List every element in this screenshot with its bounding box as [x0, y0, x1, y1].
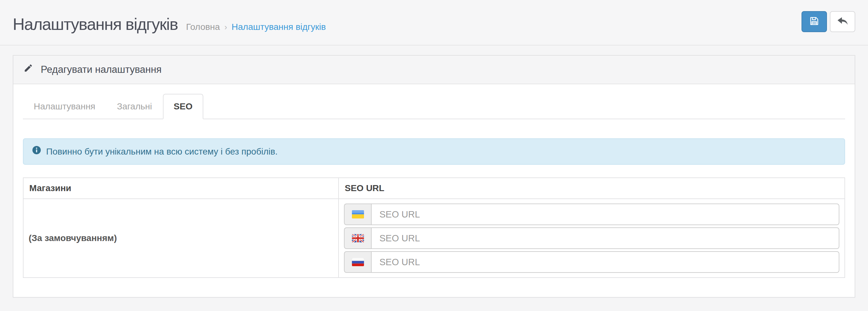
store-name-cell: (За замовчуванням) [23, 199, 339, 278]
tab-seo[interactable]: SEO [163, 94, 203, 119]
seo-url-input-english[interactable] [371, 228, 839, 249]
seo-url-input-ukrainian[interactable] [371, 204, 839, 225]
tab-zagalni[interactable]: Загальні [106, 94, 163, 119]
language-addon [344, 251, 371, 273]
info-alert: Повинно бути унікальним на всю систему і… [23, 138, 845, 165]
tab-nalashtuvannya[interactable]: Налаштування [23, 94, 106, 119]
breadcrumb-current-link[interactable]: Налаштування відгуків [231, 22, 326, 32]
pencil-icon [24, 63, 33, 76]
panel-body: Налаштування Загальні SEO Повинно бути у… [13, 84, 855, 297]
language-addon [344, 204, 371, 225]
russia-flag-icon [352, 258, 364, 266]
floppy-disk-icon [808, 15, 820, 28]
info-circle-icon [32, 145, 41, 158]
seo-url-row-russian [344, 251, 839, 273]
seo-url-row-ukrainian [344, 204, 839, 225]
uk-flag-icon [352, 234, 364, 242]
header-actions [802, 11, 855, 34]
language-addon [344, 228, 371, 249]
ukraine-flag-icon [352, 210, 364, 218]
table-row: (За замовчуванням) [23, 199, 845, 278]
page-header: Налаштування відгуків Головна › Налаштув… [0, 0, 868, 45]
info-alert-text: Повинно бути унікальним на всю систему і… [46, 146, 278, 158]
panel-heading-label: Редагувати налаштування [41, 63, 162, 76]
reply-arrow-icon [836, 15, 849, 27]
edit-settings-panel: Редагувати налаштування Налаштування Заг… [13, 55, 855, 298]
column-header-stores: Магазини [23, 178, 339, 199]
back-button[interactable] [830, 11, 855, 32]
seo-url-table: Магазини SEO URL (За замовчуванням) [23, 177, 845, 278]
settings-tabs: Налаштування Загальні SEO [23, 94, 845, 119]
save-button[interactable] [802, 11, 827, 32]
column-header-seo-url: SEO URL [339, 178, 845, 199]
table-header-row: Магазини SEO URL [23, 178, 845, 199]
panel-heading: Редагувати налаштування [13, 56, 855, 84]
breadcrumb-home-link[interactable]: Головна [186, 22, 220, 32]
seo-url-input-russian[interactable] [371, 251, 839, 273]
breadcrumb-separator: › [224, 22, 227, 32]
seo-url-row-english [344, 228, 839, 249]
page-title: Налаштування відгуків [13, 14, 178, 34]
seo-url-inputs-cell [339, 199, 845, 278]
breadcrumb: Головна › Налаштування відгуків [186, 22, 326, 32]
